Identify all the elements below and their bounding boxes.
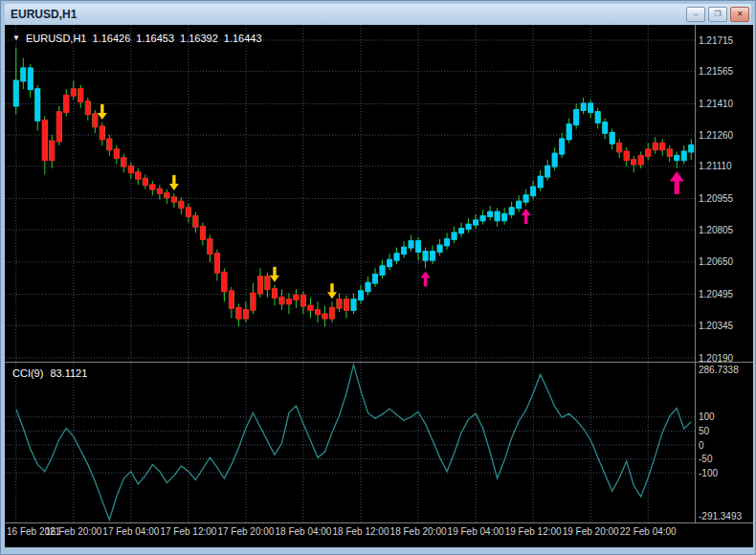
indicator-label: CCI(9) 83.1121: [12, 367, 87, 379]
price-axis: 1.217151.215651.214101.212601.211101.209…: [699, 35, 734, 364]
close-icon: ✕: [737, 11, 744, 18]
svg-text:16 Feb 20:00: 16 Feb 20:00: [45, 526, 101, 537]
svg-text:1.21260: 1.21260: [699, 130, 734, 141]
symbol-dropdown-icon[interactable]: ▼: [12, 34, 20, 42]
svg-text:22 Feb 04:00: 22 Feb 04:00: [620, 526, 677, 537]
svg-text:-100: -100: [699, 468, 718, 478]
candles: [13, 48, 693, 327]
svg-text:1.20495: 1.20495: [699, 289, 734, 300]
ohlc-close: 1.16443: [224, 33, 262, 44]
indicator-value: 83.1121: [50, 367, 87, 379]
window-title: EURUSD,H1: [5, 8, 77, 21]
svg-text:17 Feb 12:00: 17 Feb 12:00: [160, 526, 216, 537]
svg-text:286.7338: 286.7338: [699, 365, 739, 375]
svg-text:1.21110: 1.21110: [699, 161, 732, 171]
ohlc-open: 1.16426: [93, 33, 131, 44]
svg-text:50: 50: [699, 426, 710, 436]
svg-text:1.20805: 1.20805: [699, 225, 734, 235]
svg-text:18 Feb 20:00: 18 Feb 20:00: [390, 526, 447, 537]
minimize-icon: –: [694, 11, 698, 18]
titlebar[interactable]: EURUSD,H1 – ❐ ✕: [5, 4, 751, 25]
svg-text:1.20955: 1.20955: [699, 193, 734, 204]
svg-text:100: 100: [699, 411, 715, 422]
chart-window: EURUSD,H1 – ❐ ✕ 1.217151.215651.214101.2…: [0, 0, 756, 555]
svg-text:19 Feb 20:00: 19 Feb 20:00: [563, 526, 619, 537]
window-controls: – ❐ ✕: [683, 7, 751, 22]
maximize-icon: ❐: [714, 11, 721, 18]
signal-arrows: [98, 104, 684, 299]
ohlc-high: 1.16453: [136, 33, 174, 44]
trend-bars: [13, 67, 694, 319]
svg-text:1.20650: 1.20650: [699, 256, 734, 267]
svg-text:18 Feb 12:00: 18 Feb 12:00: [333, 526, 389, 537]
indicator-name: CCI(9): [12, 367, 43, 379]
svg-text:1.21410: 1.21410: [699, 99, 734, 109]
price-chart-canvas[interactable]: 1.217151.215651.214101.212601.211101.209…: [5, 25, 753, 547]
svg-text:19 Feb 04:00: 19 Feb 04:00: [448, 526, 504, 537]
svg-text:1.21715: 1.21715: [699, 35, 734, 46]
svg-text:1.20190: 1.20190: [699, 353, 734, 364]
svg-text:-50: -50: [699, 454, 713, 464]
minimize-button[interactable]: –: [686, 7, 705, 22]
time-axis: 16 Feb 202116 Feb 20:0017 Feb 04:0017 Fe…: [7, 526, 677, 537]
cci-line: [16, 365, 691, 520]
chart-client-area: 1.217151.215651.214101.212601.211101.209…: [5, 25, 753, 547]
maximize-button[interactable]: ❐: [708, 7, 727, 22]
svg-text:-291.3493: -291.3493: [699, 511, 742, 522]
svg-text:1.21565: 1.21565: [699, 66, 734, 77]
ohlc-symbol: EURUSD,H1: [26, 33, 87, 44]
svg-text:0: 0: [699, 440, 704, 451]
ohlc-low: 1.16392: [180, 33, 218, 44]
close-button[interactable]: ✕: [730, 7, 749, 22]
svg-text:19 Feb 12:00: 19 Feb 12:00: [505, 526, 562, 537]
svg-text:18 Feb 04:00: 18 Feb 04:00: [275, 526, 331, 537]
grid: [5, 25, 695, 522]
ohlc-info: ▼ EURUSD,H1 1.16426 1.16453 1.16392 1.16…: [12, 33, 262, 44]
svg-text:1.20345: 1.20345: [699, 321, 734, 331]
svg-text:17 Feb 20:00: 17 Feb 20:00: [217, 526, 274, 537]
svg-text:17 Feb 04:00: 17 Feb 04:00: [102, 526, 159, 537]
cci-axis: 286.7338100500-50-100-291.3493: [699, 365, 742, 522]
